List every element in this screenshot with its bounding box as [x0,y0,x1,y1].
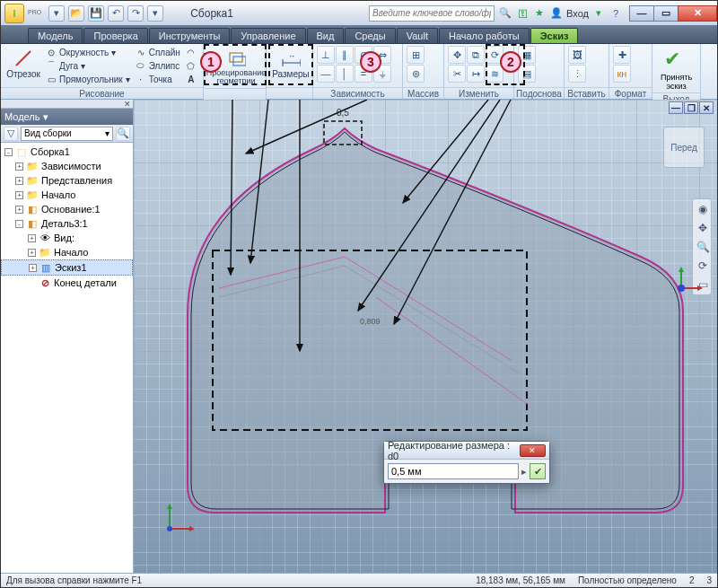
tree-base[interactable]: Основание:1 [41,204,101,215]
polygon-button[interactable]: ⬠ [184,59,198,72]
svg-text:0,809: 0,809 [360,317,381,326]
star-icon[interactable]: ★ [532,6,547,21]
dimension-value-input[interactable] [388,463,519,479]
insert-image-icon[interactable]: 🖼 [568,46,586,64]
tree-root[interactable]: Сборка1 [31,146,70,157]
tab-sketch[interactable]: Эскиз [530,28,579,43]
layout-icon-1[interactable]: ▦ [518,46,536,64]
qat-open-icon[interactable]: 📂 [68,5,84,22]
format-construction-icon[interactable]: ✚ [613,46,631,64]
model-tree[interactable]: -⬚Сборка1 +📁Зависимости +📁Представления … [1,143,133,573]
modify-trim-icon[interactable]: ✂ [448,65,466,83]
panel-label-modify[interactable]: Изменить [444,87,513,99]
dimension-accept-button[interactable]: ✔ [530,463,546,479]
spline-button[interactable]: ∿Сплайн [134,46,182,58]
format-centerline-icon[interactable]: кн [613,65,631,83]
browser-search-icon[interactable]: 🔍 [116,127,130,141]
tree-endpart[interactable]: Конец детали [54,277,117,288]
tree-origin[interactable]: Начало [41,189,75,200]
tab-inspect[interactable]: Проверка [83,28,147,43]
qat-save-icon[interactable]: 💾 [88,5,104,22]
qat-more-icon[interactable]: ▾ [147,5,163,22]
status-coords: 18,183 мм, 56,165 мм [476,575,565,585]
dialog-title: Редактирование размера : d0 [388,440,520,461]
login-label[interactable]: Вход [566,6,589,21]
tree-deps[interactable]: Зависимости [41,161,101,171]
model-browser: ✕ Модель ▾ ▽ Вид сборки▾ 🔍 -⬚Сборка1 +📁З… [1,100,134,573]
text-button[interactable]: A [184,73,198,85]
panel-label-format[interactable]: Формат [609,87,652,99]
pattern-rect-icon[interactable]: ⊞ [407,46,425,64]
dimension-dropdown-icon[interactable]: ▸ [521,466,527,478]
viewport[interactable]: — ❐ ✕ Перед ◉ ✥ 🔍 ⟳ ▭ 0,5 0,809 [134,100,717,573]
view-combo[interactable]: Вид сборки▾ [21,127,113,141]
key-icon[interactable]: ⚿ [515,6,530,21]
tab-manage[interactable]: Управление [231,28,305,43]
modify-extend-icon[interactable]: ↦ [467,65,485,83]
svg-rect-1 [230,53,242,62]
panel-label-constraint[interactable]: Зависимость [313,87,402,99]
tab-getstarted[interactable]: Начало работы [439,28,530,43]
app-icon[interactable]: I [4,4,24,23]
tab-vault[interactable]: Vault [397,28,438,43]
user-icon[interactable]: 👤 [549,6,564,21]
tree-reps[interactable]: Представления [41,175,112,186]
dialog-close-button[interactable]: ✕ [520,444,546,457]
finish-sketch-button[interactable]: ✔ Принять эскиз [656,46,696,92]
circle-button[interactable]: ⊙Окружность▾ [44,46,132,58]
fillet-button[interactable]: ◠ [184,46,198,58]
qat-redo-icon[interactable]: ↷ [127,5,144,22]
tree-view[interactable]: Вид: [54,233,74,243]
pattern-circ-icon[interactable]: ⊚ [407,65,425,83]
point-button[interactable]: ·Точка [134,73,182,85]
modify-copy-icon[interactable]: ⧉ [467,46,485,64]
filter-icon[interactable]: ▽ [4,127,18,141]
dimension-button[interactable]: ↔ Размеры [270,46,311,82]
help-icon[interactable]: ? [609,6,623,21]
maximize-button[interactable]: ▭ [653,5,679,22]
modify-rotate-icon[interactable]: ⟳ [486,46,503,64]
search-input[interactable] [369,5,495,22]
constraint-symm-icon[interactable]: ⇔ [373,46,391,64]
browser-dropdown-icon[interactable]: ▾ [43,111,48,123]
tree-part[interactable]: Деталь3:1 [41,218,88,229]
document-title: Сборка1 [190,7,233,20]
qat-undo-icon[interactable]: ↶ [108,5,124,22]
constraint-vert-icon[interactable]: │ [336,65,354,83]
modify-move-icon[interactable]: ✥ [448,46,466,64]
browser-close-icon[interactable]: ✕ [124,100,131,108]
svg-marker-23 [697,285,703,291]
ribbon-tabs: Модель Проверка Инструменты Управление В… [1,26,717,44]
tab-model[interactable]: Модель [28,28,83,43]
login-dropdown-icon[interactable]: ▾ [591,6,606,21]
arc-button[interactable]: ⌒Дуга▾ [44,59,132,72]
line-button[interactable]: Отрезок [4,46,42,82]
project-geometry-button[interactable]: Проецирование геометрии [207,46,265,88]
tree-sketch[interactable]: Эскиз1 [55,262,87,273]
insert-points-icon[interactable]: ⋮ [568,65,586,83]
panel-label-pattern[interactable]: Массив [403,87,443,99]
tree-origin2[interactable]: Начало [54,247,88,258]
constraint-tangent-icon[interactable]: ⊘ [355,46,372,64]
rectangle-button[interactable]: ▭Прямоугольник▾ [44,73,132,85]
close-button[interactable]: ✕ [678,5,717,22]
svg-text:↔: ↔ [288,52,295,60]
layout-icon-2[interactable]: ▤ [518,65,536,83]
constraint-horiz-icon[interactable]: — [317,65,335,83]
title-bar: I PRO ▾ 📂 💾 ↶ ↷ ▾ Сборка1 🔍 ⚿ ★ 👤 Вход ▾… [1,1,717,26]
qat-new-icon[interactable]: ▾ [48,5,65,22]
constraint-parallel-icon[interactable]: ∥ [336,46,354,64]
panel-label-insert[interactable]: Вставить [565,87,609,99]
tab-view[interactable]: Вид [307,28,345,43]
binoculars-icon[interactable]: 🔍 [498,6,512,21]
ellipse-button[interactable]: ⬭Эллипс [134,59,182,72]
minimize-button[interactable]: — [629,5,654,22]
tab-environments[interactable]: Среды [345,28,395,43]
constraint-coincident-icon[interactable]: ⊥ [317,46,335,64]
modify-offset-icon[interactable]: ≋ [486,65,503,83]
panel-label-draw[interactable]: Рисование [1,87,203,99]
panel-label-layout[interactable]: Подоснова [514,87,564,99]
constraint-fix-icon[interactable]: ⏚ [373,65,391,83]
tab-tools[interactable]: Инструменты [149,28,231,43]
constraint-equal-icon[interactable]: = [355,65,372,83]
